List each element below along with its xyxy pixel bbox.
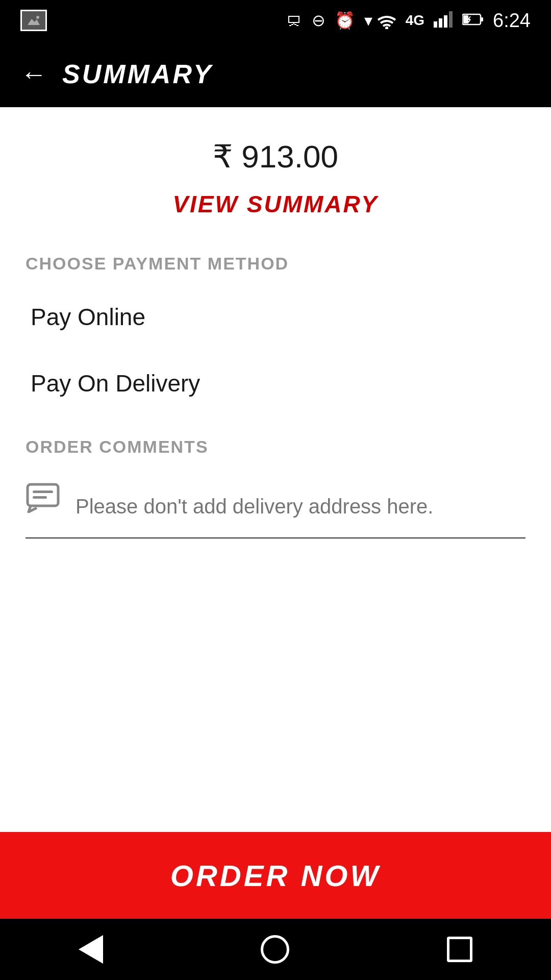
pay-on-delivery-label: Pay On Delivery	[31, 370, 200, 397]
svg-point-2	[36, 16, 39, 19]
svg-rect-7	[449, 11, 453, 28]
svg-rect-15	[33, 491, 53, 493]
svg-rect-0	[26, 14, 42, 27]
status-bar-right: ⯳ ⊖ ⏰ ▾ 4G	[286, 10, 531, 32]
nav-bar: ← SUMMARY	[0, 41, 551, 107]
back-nav-button[interactable]	[79, 935, 103, 964]
pay-on-delivery-option[interactable]: Pay On Delivery	[0, 350, 551, 416]
main-content: ₹ 913.00 VIEW SUMMARY CHOOSE PAYMENT MET…	[0, 107, 551, 832]
svg-rect-4	[434, 21, 437, 28]
svg-rect-16	[33, 496, 47, 499]
bottom-nav	[0, 919, 551, 980]
order-now-label: ORDER NOW	[170, 859, 381, 893]
svg-rect-6	[444, 15, 447, 28]
svg-rect-10	[463, 15, 468, 23]
page-title: SUMMARY	[62, 59, 213, 89]
order-amount: ₹ 913.00	[213, 138, 338, 175]
alarm-icon: ⏰	[335, 11, 355, 30]
svg-rect-5	[439, 18, 442, 28]
svg-point-3	[385, 27, 388, 29]
home-nav-icon	[261, 935, 289, 964]
order-comments-section	[0, 467, 551, 538]
4g-icon: 4G	[406, 12, 424, 29]
spacer	[0, 538, 551, 832]
payment-section-label: CHOOSE PAYMENT METHOD	[0, 233, 551, 284]
home-nav-button[interactable]	[261, 935, 289, 964]
status-bar-left	[20, 10, 47, 31]
comments-section-label: ORDER COMMENTS	[0, 416, 551, 467]
order-comments-input[interactable]	[76, 495, 525, 522]
back-nav-icon	[79, 935, 103, 964]
view-summary-button[interactable]: VIEW SUMMARY	[172, 190, 378, 218]
battery-icon	[462, 13, 484, 28]
bluetooth-icon: ⯳	[286, 11, 303, 30]
status-bar: ⯳ ⊖ ⏰ ▾ 4G	[0, 0, 551, 41]
svg-rect-9	[481, 17, 483, 21]
order-now-button[interactable]: ORDER NOW	[0, 832, 551, 919]
svg-rect-14	[28, 484, 58, 506]
thumbnail-icon	[20, 10, 47, 31]
status-time: 6:24	[493, 10, 531, 32]
recents-nav-button[interactable]	[447, 937, 472, 962]
amount-section: ₹ 913.00 VIEW SUMMARY	[0, 107, 551, 233]
back-button[interactable]: ←	[20, 59, 47, 89]
comments-input-row	[26, 467, 525, 538]
wifi-icon: ▾	[364, 11, 396, 30]
pay-online-label: Pay Online	[31, 303, 145, 331]
signal-icon	[434, 11, 453, 30]
pay-online-option[interactable]: Pay Online	[0, 284, 551, 350]
chat-icon	[26, 482, 60, 519]
recents-nav-icon	[447, 937, 472, 962]
do-not-disturb-icon: ⊖	[312, 11, 325, 30]
